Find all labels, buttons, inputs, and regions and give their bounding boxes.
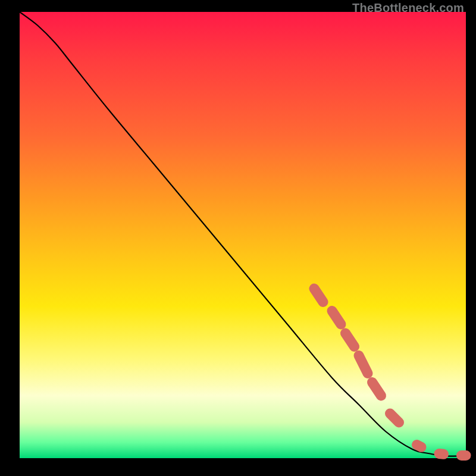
- chart-frame: TheBottleneck.com: [0, 0, 476, 476]
- marker-pill: [359, 356, 368, 374]
- marker-pill: [332, 311, 341, 325]
- plot-overlay: [20, 12, 466, 458]
- marker-pill: [314, 289, 323, 302]
- plot-area: [20, 12, 466, 458]
- marker-pill: [417, 445, 422, 447]
- marker-pill: [439, 454, 444, 455]
- marker-pill: [346, 333, 355, 347]
- marker-pill: [390, 414, 399, 422]
- bottleneck-curve: [20, 12, 466, 456]
- marker-layer: [314, 289, 466, 456]
- marker-pill: [372, 383, 381, 396]
